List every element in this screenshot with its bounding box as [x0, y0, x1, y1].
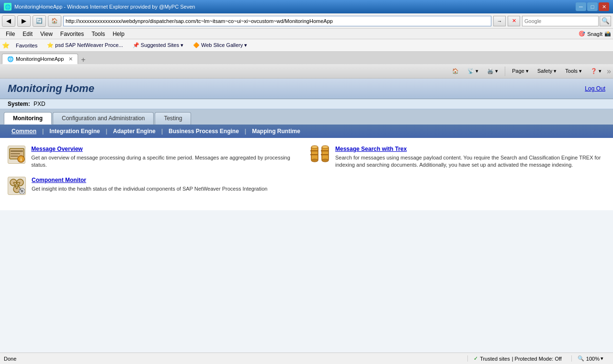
web-slice-label: Web Slice Gallery ▾	[201, 42, 247, 48]
snagit-label: 🎯	[579, 31, 585, 37]
message-overview-item: i Message Overview Get an overview of me…	[8, 146, 302, 169]
address-input[interactable]	[63, 16, 491, 26]
system-label: System:	[8, 101, 30, 107]
system-info: System: PXD	[0, 99, 613, 109]
menu-view[interactable]: View	[36, 30, 57, 38]
favorites-bar: ⭐ Favorites ⭐ Monitoringpsd SAP NetWeave…	[0, 39, 613, 52]
browser-tab-label: MonitoringHomeApp	[16, 56, 64, 62]
close-button[interactable]: ✕	[599, 2, 609, 11]
feeds-button[interactable]: 📡 ▾	[464, 66, 482, 77]
subnav-business[interactable]: Business Process Engine	[163, 127, 245, 136]
svg-point-19	[311, 159, 318, 162]
component-monitor-svg	[9, 178, 25, 194]
back-button[interactable]: ◀	[2, 15, 15, 27]
search-area: 🔍	[522, 16, 611, 26]
menu-help[interactable]: Help	[109, 30, 128, 38]
trex-icon	[311, 146, 329, 164]
forward-button[interactable]: ▶	[17, 15, 31, 27]
new-tab-button[interactable]: +	[81, 56, 85, 64]
left-column: i Message Overview Get an overview of me…	[8, 146, 302, 203]
component-monitor-item: Component Monitor Get insight into the h…	[8, 177, 302, 195]
favorites-label[interactable]: Favorites	[12, 41, 41, 50]
browser-tab-monitoring[interactable]: 🌐 MonitoringHomeApp ✕	[2, 54, 78, 64]
svg-rect-3	[11, 156, 18, 157]
app-header: Monitoring Home Log Out	[0, 79, 613, 99]
message-overview-text: Message Overview Get an overview of mess…	[31, 146, 302, 169]
menu-bar: File Edit View Favorites Tools Help 🎯 Sn…	[0, 29, 613, 39]
home-button[interactable]: 🏠	[48, 15, 61, 27]
maximize-button[interactable]: □	[587, 2, 598, 11]
ie-tools-right: 🏠 📡 ▾ 🖨️ ▾ Page ▾ Safety ▾ Tools ▾ ❓ ▾ »	[449, 66, 611, 77]
component-monitor-desc: Get insight into the health status of th…	[32, 185, 267, 193]
component-monitor-text: Component Monitor Get insight into the h…	[32, 177, 267, 193]
page-button[interactable]: Page ▾	[509, 66, 532, 77]
tools-button[interactable]: Tools ▾	[562, 66, 585, 77]
search-input[interactable]	[522, 16, 599, 26]
go-button[interactable]: →	[493, 16, 506, 26]
fav-item-suggested[interactable]: 📌 Suggested Sites ▾	[129, 41, 187, 50]
address-bar-area: ◀ ▶ 🔄 🏠 → ✕ 🔍	[0, 13, 613, 29]
toolbar-separator	[505, 67, 505, 76]
search-button[interactable]: 🔍	[600, 16, 611, 26]
barrel-icon	[310, 145, 330, 165]
right-column: Message Search with Trex Search for mess…	[311, 146, 605, 203]
refresh-button[interactable]: 🔄	[33, 15, 46, 27]
browser-tab-close-icon[interactable]: ✕	[68, 56, 73, 62]
subnav-adapter[interactable]: Adapter Engine	[107, 127, 161, 136]
system-value: PXD	[34, 101, 45, 107]
message-overview-link[interactable]: Message Overview	[31, 146, 302, 152]
safety-button[interactable]: Safety ▾	[534, 66, 560, 77]
content-area: Monitoring Home Log Out System: PXD Moni…	[0, 79, 613, 353]
svg-rect-15	[311, 147, 318, 160]
message-search-trex-link[interactable]: Message Search with Trex	[335, 146, 605, 152]
app-title: Monitoring Home	[8, 82, 94, 95]
svg-point-18	[311, 146, 318, 148]
message-overview-desc: Get an overview of message processing du…	[31, 154, 302, 169]
svg-text:i: i	[20, 157, 22, 162]
favorites-star-icon: ⭐	[2, 42, 10, 49]
tab-config[interactable]: Configuration and Administration	[53, 112, 154, 125]
message-overview-svg: i	[9, 147, 25, 163]
snagit-text: SnagIt	[587, 31, 602, 37]
message-overview-icon: i	[8, 146, 25, 164]
sub-nav: Common | Integration Engine | Adapter En…	[0, 125, 613, 138]
app-tabs: Monitoring Configuration and Administrat…	[0, 109, 613, 125]
window-controls: ─ □ ✕	[576, 2, 609, 11]
svg-rect-20	[322, 147, 329, 160]
window-title: MonitoringHomeApp - Windows Internet Exp…	[14, 4, 195, 10]
message-search-trex-text: Message Search with Trex Search for mess…	[335, 146, 605, 169]
tab-monitoring[interactable]: Monitoring	[4, 112, 52, 125]
ie-toolbar: 🏠 📡 ▾ 🖨️ ▾ Page ▾ Safety ▾ Tools ▾ ❓ ▾ »	[0, 64, 613, 79]
fav-item-webslice[interactable]: 🔶 Web Slice Gallery ▾	[190, 41, 250, 50]
fav-item-psd[interactable]: ⭐ Monitoringpsd SAP NetWeaver Proce...	[44, 41, 126, 50]
toolbar-expand-icon[interactable]: »	[607, 67, 611, 76]
menu-tools[interactable]: Tools	[88, 30, 109, 38]
app-icon: 🌐	[4, 3, 11, 11]
subnav-mapping[interactable]: Mapping Runtime	[246, 127, 306, 136]
svg-rect-1	[11, 150, 23, 152]
subnav-common[interactable]: Common	[6, 127, 42, 136]
stop-button[interactable]: ✕	[508, 16, 520, 26]
title-bar: 🌐 MonitoringHomeApp - Windows Internet E…	[0, 0, 613, 13]
svg-rect-2	[11, 153, 20, 154]
content-body: i Message Overview Get an overview of me…	[0, 138, 613, 210]
message-search-trex-desc: Search for messages using message payloa…	[335, 154, 605, 169]
browser-tab-icon: 🌐	[7, 56, 14, 62]
tab-testing[interactable]: Testing	[155, 112, 191, 125]
snagit-icon: 📸	[604, 31, 611, 37]
snagit-area: 🎯 SnagIt 📸	[579, 31, 611, 37]
browser-tab-bar: 🌐 MonitoringHomeApp ✕ +	[0, 52, 613, 64]
home-tool-button[interactable]: 🏠	[449, 66, 462, 77]
component-monitor-link[interactable]: Component Monitor	[32, 177, 267, 183]
subnav-integration[interactable]: Integration Engine	[44, 127, 105, 136]
menu-file[interactable]: File	[2, 30, 19, 38]
menu-favorites[interactable]: Favorites	[57, 30, 88, 38]
svg-point-24	[322, 159, 329, 162]
minimize-button[interactable]: ─	[576, 2, 586, 11]
help-button[interactable]: ❓ ▾	[587, 66, 605, 77]
menu-edit[interactable]: Edit	[19, 30, 36, 38]
message-search-trex-item: Message Search with Trex Search for mess…	[311, 146, 605, 169]
print-button[interactable]: 🖨️ ▾	[484, 66, 501, 77]
trex-svg	[310, 145, 330, 163]
log-out-link[interactable]: Log Out	[585, 85, 605, 92]
